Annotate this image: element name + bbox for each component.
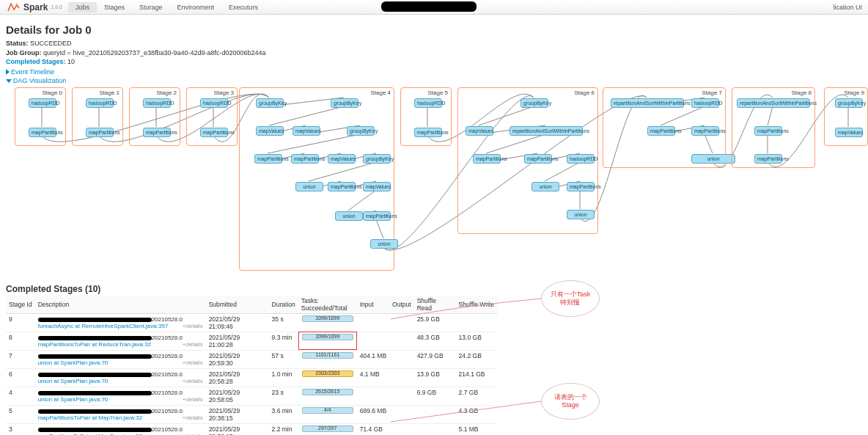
rdd-node[interactable]: mapPartitions	[200, 128, 228, 137]
rdd-node[interactable]: mapValues	[363, 182, 391, 191]
stage-link[interactable]: union at SparkPlan.java:70	[38, 359, 203, 366]
rdd-node[interactable]: mapPartitions	[143, 128, 171, 137]
rdd-node[interactable]: mapPartitions	[524, 154, 552, 164]
details-toggle[interactable]: +details	[183, 323, 203, 329]
stage-box-4[interactable]: Stage 4groupByKeygroupByKeymapValuesmapV…	[239, 87, 394, 271]
nav-tab-executors[interactable]: Executors	[221, 2, 265, 12]
col-header[interactable]: Stage Id	[6, 296, 35, 314]
rdd-node[interactable]: mapPartitions	[86, 128, 114, 137]
table-row: 8 20210528.0 +details mapPartitionsToPai…	[6, 332, 497, 350]
rdd-node[interactable]: mapValues	[466, 126, 493, 136]
dag-viz-toggle[interactable]: DAG Visualization	[6, 77, 862, 84]
rdd-node[interactable]: groupByKey	[363, 154, 391, 164]
rdd-node[interactable]: mapValues	[328, 154, 356, 164]
rdd-node[interactable]: mapPartitions	[414, 128, 442, 137]
rdd-node[interactable]: hadoopRDD	[29, 98, 56, 108]
rdd-node[interactable]: mapPartitions	[29, 128, 56, 137]
stage-box-8[interactable]: Stage 8repartitionAndSortWithinPartition…	[732, 87, 815, 168]
redacted-text	[38, 391, 152, 395]
rdd-node[interactable]: hadoopRDD	[86, 98, 114, 108]
rdd-node[interactable]: groupByKey	[347, 126, 375, 136]
dag-visualization: Stage 0hadoopRDDmapPartitionsStage 1hado…	[6, 87, 868, 278]
rdd-node[interactable]: hadoopRDD	[691, 98, 719, 108]
cell-shuffle-read: 427.9 GB	[414, 350, 456, 368]
stage-link[interactable]: foreachAsync at RemoteHiveSparkClient.ja…	[38, 323, 203, 329]
annotation-bubble-1: 只有一个Task 特别慢	[541, 280, 600, 317]
rdd-node[interactable]: groupByKey	[256, 98, 284, 108]
stage-box-0[interactable]: Stage 0hadoopRDDmapPartitions	[15, 87, 66, 146]
stage-box-7[interactable]: Stage 7repartitionAndSortWithinPartition…	[603, 87, 726, 168]
event-timeline-toggle[interactable]: Event Timeline	[6, 68, 862, 76]
nav-tab-jobs[interactable]: Jobs	[68, 2, 97, 12]
cell-shuffle-read: 48.3 GB	[414, 332, 456, 350]
col-header[interactable]: Duration	[269, 296, 298, 314]
stage-box-5[interactable]: Stage 5hadoopRDDmapPartitions	[400, 87, 452, 146]
rdd-node[interactable]: mapPartitions	[473, 154, 501, 164]
rdd-node[interactable]: union	[370, 239, 398, 249]
stage-link[interactable]: union at SparkPlan.java:70	[38, 396, 203, 403]
rdd-node[interactable]: mapValues	[835, 128, 863, 137]
stage-box-6[interactable]: Stage 6groupByKeymapValuesrepartitionAnd…	[457, 87, 598, 234]
rdd-node[interactable]: hadoopRDD	[567, 154, 595, 164]
rdd-node[interactable]: hadoopRDD	[200, 98, 228, 108]
table-row: 5 20210528.0 +details mapPartitionsToPai…	[6, 405, 497, 423]
stage-box-2[interactable]: Stage 2hadoopRDDmapPartitions	[129, 87, 180, 146]
cell-shuffle-write: 13.0 GB	[456, 332, 497, 350]
rdd-node[interactable]: mapPartitions	[691, 126, 719, 136]
jobgroup-value: queryId = hive_20210529203737_e38fba30-9…	[43, 49, 266, 56]
rdd-node[interactable]: repartitionAndSortWithinPartitions	[737, 98, 810, 108]
rdd-node[interactable]: hadoopRDD	[414, 98, 442, 108]
nav-tab-environment[interactable]: Environment	[170, 2, 222, 12]
cell-output	[389, 423, 414, 435]
cell-submitted: 2021/05/29 20:58:05	[206, 387, 269, 405]
rdd-node[interactable]: mapPartitions	[291, 154, 319, 164]
stage-link[interactable]: union at SparkPlan.java:70	[38, 378, 203, 384]
rdd-node[interactable]: groupByKey	[521, 98, 548, 108]
rdd-node[interactable]: repartitionAndSortWithinPartitions	[510, 126, 583, 136]
details-toggle[interactable]: +details	[183, 359, 203, 366]
col-header[interactable]: Shuffle Write	[456, 296, 497, 314]
cell-tasks: 1099/1099	[298, 313, 357, 332]
rdd-node[interactable]: mapPartitions	[363, 211, 391, 221]
nav-tab-stages[interactable]: Stages	[97, 2, 132, 12]
cell-shuffle-read	[414, 423, 456, 435]
stage-box-1[interactable]: Stage 1hadoopRDDmapPartitions	[72, 87, 123, 146]
rdd-node[interactable]: mapPartitions	[567, 182, 595, 191]
col-header[interactable]: Tasks: Succeeded/Total	[298, 296, 357, 314]
rdd-node[interactable]: mapPartitions	[328, 182, 356, 191]
rdd-node[interactable]: mapValues	[256, 126, 284, 136]
rdd-node[interactable]: groupByKey	[835, 98, 863, 108]
col-header[interactable]: Input	[357, 296, 389, 314]
col-header[interactable]: Output	[389, 296, 414, 314]
col-header[interactable]: Description	[35, 296, 206, 314]
rdd-node[interactable]: union	[335, 211, 363, 221]
details-toggle[interactable]: +details	[183, 341, 203, 348]
redacted-text	[38, 409, 152, 414]
col-header[interactable]: Submitted	[206, 296, 269, 314]
rdd-node[interactable]: union	[295, 182, 323, 191]
completed-stages-link[interactable]: Completed Stages:	[6, 58, 66, 65]
rdd-node[interactable]: hadoopRDD	[143, 98, 171, 108]
stage-box-3[interactable]: Stage 3hadoopRDDmapPartitions	[186, 87, 238, 146]
rdd-node[interactable]: mapPartitions	[647, 126, 675, 136]
rdd-node[interactable]: union	[567, 210, 595, 219]
rdd-node[interactable]: union	[532, 182, 559, 191]
stage-box-9[interactable]: Stage 9groupByKeymapValues	[824, 87, 868, 146]
rdd-node[interactable]: mapPartitions	[754, 154, 782, 164]
stage-link[interactable]: mapPartitionsToPair at MapTran.java:32	[38, 414, 203, 421]
col-header[interactable]: Shuffle Read	[414, 296, 456, 314]
rdd-node[interactable]: union	[691, 154, 735, 164]
nav-tab-storage[interactable]: Storage	[132, 2, 170, 12]
cell-description: 20210528.0 +details mapPartitionsToPair …	[35, 332, 206, 350]
rdd-node[interactable]: mapValues	[293, 126, 320, 136]
rdd-node[interactable]: groupByKey	[331, 98, 358, 108]
rdd-node[interactable]: mapPartitions	[754, 126, 782, 136]
progress-bar: 297/297	[302, 425, 353, 432]
rdd-node[interactable]: mapPartitions	[254, 154, 282, 164]
table-row: 6 20210528.0 +details union at SparkPlan…	[6, 368, 497, 387]
stage-link[interactable]: mapPartitionsToPair at ReduceTran.java:3…	[38, 341, 203, 348]
details-toggle[interactable]: +details	[183, 414, 203, 421]
rdd-node[interactable]: repartitionAndSortWithinPartitions	[611, 98, 684, 108]
details-toggle[interactable]: +details	[183, 378, 203, 384]
details-toggle[interactable]: +details	[183, 396, 203, 403]
